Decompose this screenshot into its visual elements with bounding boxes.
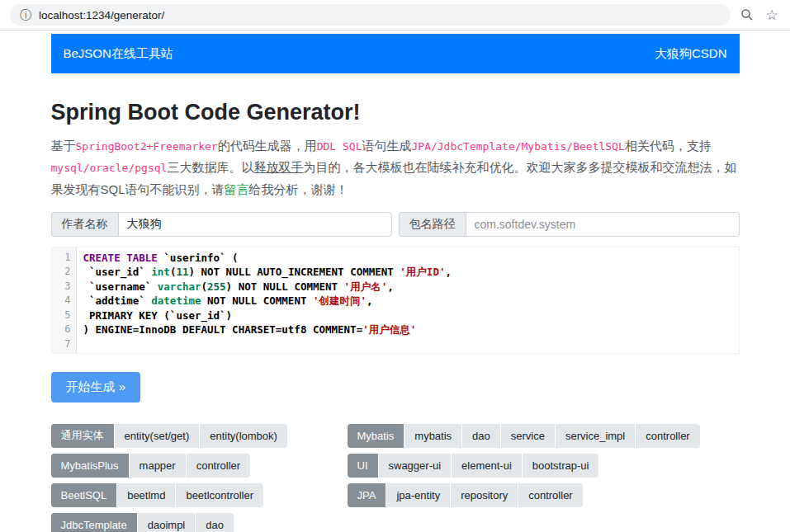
search-icon [740, 8, 754, 21]
groups-right: Mybatismybatisdaoserviceservice_implcont… [348, 424, 700, 532]
group-label-button[interactable]: UI [348, 454, 378, 478]
code-line: `user_id` int(11) NOT NULL AUTO_INCREMEN… [83, 265, 739, 280]
code-token: datetime [151, 294, 201, 307]
group-label-button[interactable]: 通用实体 [51, 424, 114, 448]
address-bar[interactable]: ⓘ localhost:1234/generator/ [10, 4, 731, 26]
intro-segment: 三大数据库。以 [167, 160, 253, 174]
author-input[interactable] [118, 212, 392, 237]
code-token: , [387, 280, 394, 293]
generate-button[interactable]: 开始生成 » [51, 372, 141, 403]
template-group: JdbcTemplatedaoimpldao [51, 513, 234, 532]
zoom-icon[interactable] [739, 7, 755, 23]
group-label-button[interactable]: JdbcTemplate [51, 513, 137, 532]
template-group: MybatisPlusmappercontroller [51, 454, 251, 478]
template-item-button[interactable]: entity(lombok) [200, 424, 287, 448]
template-item-button[interactable]: controller [636, 424, 699, 448]
bookmark-star-icon[interactable]: ☆ [764, 7, 780, 23]
code-token: int [151, 266, 170, 278]
intro-segment: 基于 [51, 139, 76, 153]
package-input[interactable] [466, 212, 740, 237]
line-number: 7 [52, 337, 71, 352]
code-line: CREATE TABLE `userinfo` ( [83, 251, 739, 266]
template-item-button[interactable]: beetlmd [117, 483, 175, 507]
intro-text: 基于SpringBoot2+Freemarker的代码生成器，用DDL SQL语… [51, 135, 740, 200]
intro-segment: mysql/oracle/pgsql [51, 162, 168, 174]
code-line: PRIMARY KEY (`user_id`) [83, 308, 739, 323]
navbar-brand-link[interactable]: BeJSON在线工具站 [64, 46, 173, 62]
code-token: '用户名' [344, 280, 388, 293]
template-item-button[interactable]: daoimpl [138, 513, 196, 532]
page-info-icon[interactable]: ⓘ [20, 9, 31, 21]
sql-editor[interactable]: 1234567 CREATE TABLE `userinfo` ( `user_… [51, 247, 740, 354]
template-item-button[interactable]: controller [187, 454, 250, 478]
intro-segment: 给我分析，谢谢！ [249, 182, 348, 196]
code-token: ( [201, 280, 208, 293]
code-token: varchar [158, 280, 201, 293]
template-groups: 通用实体entity(set/get)entity(lombok)Mybatis… [51, 424, 740, 532]
group-label-button[interactable]: BeetlSQL [51, 483, 117, 507]
code-token: '用户ID' [400, 266, 445, 278]
template-group: UIswagger-uielement-uibootstrap-ui [348, 454, 599, 478]
code-line: `username` varchar(255) NOT NULL COMMENT… [83, 280, 739, 294]
intro-segment: 相关代码，支持 [625, 139, 712, 153]
intro-segment: 的代码生成器，用 [218, 139, 317, 153]
app-navbar: BeJSON在线工具站 大狼狗CSDN [51, 34, 740, 73]
intro-segment: JPA/JdbcTemplate/Mybatis/BeetlSQL [411, 140, 624, 153]
code-token: `addtime` [83, 294, 152, 307]
browser-toolbar: ⓘ localhost:1234/generator/ ☆ [0, 0, 790, 31]
template-item-button[interactable]: controller [518, 483, 582, 507]
template-item-button[interactable]: dao [196, 513, 234, 532]
line-number: 2 [52, 265, 71, 280]
template-item-button[interactable]: service_impl [556, 424, 635, 448]
template-item-button[interactable]: bootstrap-ui [523, 454, 599, 478]
code-token: '用户信息' [362, 323, 416, 336]
template-item-button[interactable]: service [501, 424, 555, 448]
code-token: , [445, 266, 452, 278]
package-input-group: 包名路径 [399, 212, 740, 237]
code-token: ) NOT NULL COMMENT [226, 280, 344, 293]
template-item-button[interactable]: mybatis [404, 424, 461, 448]
template-item-button[interactable]: mapper [130, 454, 186, 478]
template-group: 通用实体entity(set/get)entity(lombok) [51, 424, 287, 448]
page-container: BeJSON在线工具站 大狼狗CSDN Spring Boot Code Gen… [51, 34, 740, 532]
author-input-group: 作者名称 [51, 212, 392, 237]
editor-gutter: 1234567 [52, 247, 77, 353]
intro-segment: SpringBoot2+Freemarker [76, 140, 218, 153]
code-token: PRIMARY KEY (`user_id`) [83, 309, 233, 322]
navbar-csdn-link[interactable]: 大狼狗CSDN [655, 46, 727, 62]
group-label-button[interactable]: MybatisPlus [51, 454, 129, 478]
code-token: CREATE TABLE [83, 252, 158, 264]
template-item-button[interactable]: repository [451, 483, 518, 507]
template-item-button[interactable]: element-ui [452, 454, 522, 478]
template-group: JPAjpa-entityrepositorycontroller [348, 483, 583, 507]
code-token: ) ENGINE=InnoDB DEFAULT CHARSET=utf8 COM… [83, 323, 363, 336]
editor-code: CREATE TABLE `userinfo` ( `user_id` int(… [77, 247, 739, 353]
line-number: 4 [52, 294, 71, 308]
group-label-button[interactable]: Mybatis [348, 424, 404, 448]
code-token: NOT NULL COMMENT [201, 294, 313, 307]
code-line [83, 337, 739, 352]
line-number: 3 [52, 280, 71, 294]
template-item-button[interactable]: jpa-entity [386, 483, 450, 507]
code-token: ) NOT NULL AUTO_INCREMENT COMMENT [188, 266, 400, 278]
line-number: 1 [52, 251, 71, 266]
template-group: BeetlSQLbeetlmdbeetlcontroller [51, 483, 264, 507]
page-title: Spring Boot Code Generator! [51, 100, 740, 125]
intro-segment: 语句生成 [362, 139, 411, 153]
form-row: 作者名称 包名路径 [51, 212, 740, 237]
groups-left: 通用实体entity(set/get)entity(lombok)Mybatis… [51, 424, 348, 532]
url-text[interactable]: localhost:1234/generator/ [39, 9, 164, 21]
template-item-button[interactable]: entity(set/get) [115, 424, 200, 448]
template-item-button[interactable]: dao [462, 424, 500, 448]
code-token: '创建时间' [313, 294, 367, 307]
code-token: 11 [176, 266, 188, 278]
code-token: `username` [83, 280, 158, 293]
line-number: 6 [52, 322, 71, 337]
leave-message-link[interactable]: 留言 [225, 182, 249, 196]
group-label-button[interactable]: JPA [348, 483, 386, 507]
code-line: `addtime` datetime NOT NULL COMMENT '创建时… [83, 294, 739, 308]
template-item-button[interactable]: swagger-ui [379, 454, 452, 478]
intro-segment: 释放双手 [253, 160, 303, 174]
template-item-button[interactable]: beetlcontroller [176, 483, 263, 507]
line-number: 5 [52, 308, 71, 323]
